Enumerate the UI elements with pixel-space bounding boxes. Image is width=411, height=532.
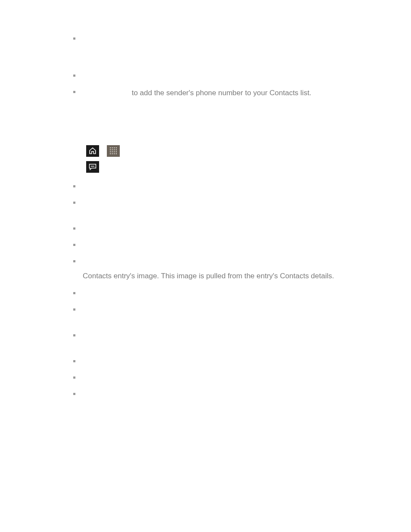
bullet-list-2: Add to Contacts to add the sender's phon… xyxy=(26,72,385,99)
svg-rect-0 xyxy=(110,147,111,148)
svg-rect-14 xyxy=(114,153,115,154)
bullet-list-4 xyxy=(26,224,385,266)
messaging-icon xyxy=(86,161,99,173)
svg-rect-4 xyxy=(110,149,111,150)
bullet-list-1 xyxy=(26,34,385,43)
list-item xyxy=(26,182,385,191)
list-item xyxy=(26,331,385,340)
list-item xyxy=(26,199,385,207)
svg-rect-12 xyxy=(110,153,111,154)
apps-grid-icon xyxy=(107,145,120,157)
list-item xyxy=(26,390,385,398)
spacer xyxy=(26,106,385,145)
list-item xyxy=(26,257,385,266)
list-item xyxy=(26,34,385,43)
list-item xyxy=(26,305,385,314)
home-icon xyxy=(86,145,99,157)
spacer xyxy=(26,215,385,224)
list-item-text: to add the sender's phone number to your… xyxy=(132,89,311,97)
spacer xyxy=(26,322,385,331)
svg-rect-7 xyxy=(116,149,117,150)
svg-rect-11 xyxy=(116,151,117,152)
spacer xyxy=(26,51,385,72)
list-item xyxy=(26,241,385,249)
svg-rect-2 xyxy=(114,147,115,148)
wrapped-line: Contacts entry's image. This image is pu… xyxy=(26,271,385,282)
document-page: Add to Contacts to add the sender's phon… xyxy=(0,0,411,523)
spacer xyxy=(26,348,385,357)
svg-rect-3 xyxy=(116,147,117,148)
list-item: Add to Contacts to add the sender's phon… xyxy=(26,88,385,99)
spacer xyxy=(26,406,385,497)
svg-rect-5 xyxy=(112,149,113,150)
list-item xyxy=(26,357,385,366)
svg-rect-9 xyxy=(112,151,113,152)
icon-row-1 xyxy=(26,145,385,157)
bullet-list-5 xyxy=(26,289,385,314)
svg-rect-13 xyxy=(112,153,113,154)
bullet-list-6 xyxy=(26,331,385,340)
svg-rect-15 xyxy=(116,153,117,154)
list-item xyxy=(26,72,385,80)
bullet-list-7 xyxy=(26,357,385,398)
bullet-list-3 xyxy=(26,182,385,207)
spacer xyxy=(26,17,385,34)
icon-row-2 xyxy=(26,161,385,173)
wrapped-text: Contacts entry's image. This image is pu… xyxy=(83,272,334,280)
list-item xyxy=(26,289,385,298)
svg-rect-1 xyxy=(112,147,113,148)
svg-rect-8 xyxy=(110,151,111,152)
list-item xyxy=(26,373,385,382)
svg-rect-6 xyxy=(114,149,115,150)
svg-rect-10 xyxy=(114,151,115,152)
list-item xyxy=(26,224,385,233)
